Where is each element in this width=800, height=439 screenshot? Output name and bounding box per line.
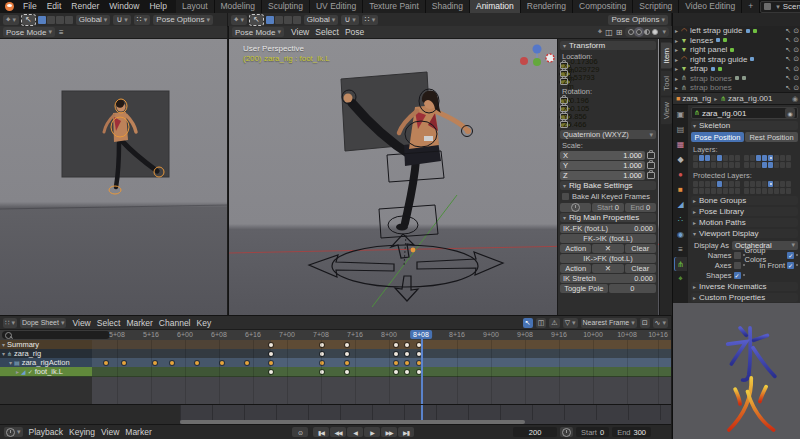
collapsed-menus-icon[interactable]: ≡ [59,28,64,37]
xray-toggle-icon[interactable]: ⊞ [616,28,623,37]
workspace-tab-rendering[interactable]: Rendering [521,0,573,13]
editor-type-dropdown[interactable]: ∷▾ [3,318,17,328]
workspace-tab-sculpting[interactable]: Sculpting [262,0,310,13]
keyframe-dot[interactable] [245,361,249,365]
expand-icon[interactable]: ▸ [675,65,678,72]
play-button[interactable]: ▶ [364,427,380,437]
layer-toggle[interactable] [768,162,773,168]
root-control-arrows[interactable] [309,234,503,301]
jump-to-start-button[interactable]: ▮◀ [313,427,329,437]
layer-toggle[interactable] [780,181,785,187]
properties-tab-output[interactable]: ▤ [674,122,687,136]
rotation-mode-dropdown[interactable]: Quaternion (WXYZ)▾ [560,130,656,139]
outliner-item-right-strap-guide[interactable]: ▸◠right strap guide↖⊙ [673,55,800,65]
snap-magnet-button[interactable]: ∪▾ [341,15,358,25]
section-bone-groups[interactable]: ▸Bone Groups [691,196,798,205]
scale-field-z[interactable]: Z1.000 [560,171,645,180]
n-panel-tab-item[interactable]: Item [661,43,672,69]
layer-toggle[interactable] [705,181,710,187]
layer-toggle[interactable] [744,181,749,187]
keyframe-dot[interactable] [220,361,224,365]
layer-toggle[interactable] [717,181,722,187]
use-preview-range-icon[interactable] [560,427,573,437]
frame-end-field[interactable]: End300 [612,427,651,437]
hide-eye-icon[interactable]: ⊙ [793,74,799,82]
keyframe-dot[interactable] [153,361,157,365]
expand-icon[interactable]: ▸ [16,368,19,375]
snap-magnet-button[interactable]: ∪▾ [113,15,130,25]
layer-toggle[interactable] [693,155,698,161]
layer-toggle[interactable] [729,181,734,187]
keyframe-dot[interactable] [104,361,108,365]
pole-value-field[interactable]: 0 [609,284,657,293]
timeline-editor-type-dropdown[interactable]: ▾ [4,427,23,437]
checkbox-shapes[interactable]: ✓ [734,272,741,279]
outliner-item-strap-bones[interactable]: ▸⋔strap bones↖⊙ [673,74,800,84]
timeline-strip[interactable] [0,404,671,425]
layer-toggle[interactable] [762,188,767,194]
gizmo-toggle-icon[interactable]: ⌖ [598,27,603,37]
cancel-icon[interactable]: ✕ [592,244,623,253]
workspace-tab-modeling[interactable]: Modeling [215,0,263,13]
properties-tab-constraints[interactable]: ≡ [674,242,687,256]
keyframe-dot[interactable] [122,361,126,365]
layer-toggle[interactable] [735,155,740,161]
rendered-shading-icon[interactable] [652,29,658,35]
gizmo-x-axis[interactable] [520,57,528,65]
ik-stretch-slider[interactable]: IK Stretch0.000 [560,274,656,283]
gizmo-z-axis[interactable] [533,45,542,54]
ik-to-fk-button[interactable]: IK->FK (foot.L) [560,254,656,263]
ikfk-slider[interactable]: IK-FK (foot.L)0.000 [560,224,656,233]
overlays-toggle-icon[interactable]: ◫ [605,28,613,37]
layer-toggle[interactable] [756,188,761,194]
jump-to-end-button[interactable]: ▶▮ [398,427,414,437]
keyframe-dot[interactable] [269,361,273,365]
dope-menu-view[interactable]: View [69,318,93,328]
layer-toggle[interactable] [774,188,779,194]
pose-options-dropdown[interactable]: Pose Options▾ [153,15,213,25]
snap-dropdown[interactable]: Nearest Frame▾ [581,318,637,328]
layer-toggle[interactable] [756,181,761,187]
toggle-1[interactable] [266,16,274,24]
viewport-display-section-header[interactable]: ▾Viewport Display [691,229,798,238]
layer-toggle[interactable] [756,162,761,168]
cursor-tool-button[interactable]: ↖ [250,15,263,25]
layer-toggle[interactable] [717,155,722,161]
layer-toggle[interactable] [744,155,749,161]
n-panel-tab-view[interactable]: View [661,97,672,124]
layer-toggle[interactable] [774,155,779,161]
hide-eye-icon[interactable]: ⊙ [793,46,799,54]
toggle-2[interactable] [275,16,283,24]
outliner-item-left-strap-guide[interactable]: ▸◠left strap guide↖⊙ [673,26,800,36]
toggle-pole-button[interactable]: Toggle Pole [560,284,608,293]
channel-search-input[interactable] [2,331,110,339]
lock-icon[interactable] [560,78,568,85]
keyframe-dot[interactable] [345,343,349,347]
scale-field-y[interactable]: Y1.000 [560,161,645,170]
proportional-edit-button[interactable]: ∷▾ [362,15,379,25]
layer-toggle[interactable] [723,188,728,194]
center-3d-viewport[interactable]: User Perspective (200) zara_rig : foot_i… [228,39,673,315]
current-frame-field[interactable]: 200 [513,427,557,437]
layer-toggle[interactable] [756,155,761,161]
properties-tab-object-data[interactable]: ⋔ [674,257,687,271]
dope-sheet-body[interactable]: ▾Summary▾⋔zara_rig▾▤zara_rigAction▸◢✓foo… [0,340,671,405]
selectable-icon[interactable]: ↖ [785,36,791,44]
layer-toggle[interactable] [723,155,728,161]
prev-keyframe-button[interactable]: ◀◀ [330,427,346,437]
bake-clock-icon[interactable] [560,203,591,212]
wireframe-shading-icon[interactable] [628,29,634,35]
selectable-icon[interactable]: ↖ [785,55,791,63]
layer-toggle[interactable] [762,162,767,168]
fk-to-ik-button[interactable]: FK->IK (foot.L) [560,234,656,243]
proportional-edit-button[interactable]: ∷▾ [134,15,151,25]
mode-dropdown[interactable]: Pose Mode▾ [3,27,55,37]
keyframe-dot[interactable] [405,352,409,356]
timeline-menu-keying[interactable]: Keying [66,427,98,437]
show-hidden-icon[interactable]: ◫ [536,318,547,328]
active-tool-dropdown[interactable]: ⌖▾ [3,15,19,25]
layer-toggle[interactable] [699,181,704,187]
lock-icon[interactable] [647,152,655,159]
outliner-item-right-panel[interactable]: ▸▼right panel↖⊙ [673,45,800,55]
pose-position-button[interactable]: Pose Position [691,132,744,142]
